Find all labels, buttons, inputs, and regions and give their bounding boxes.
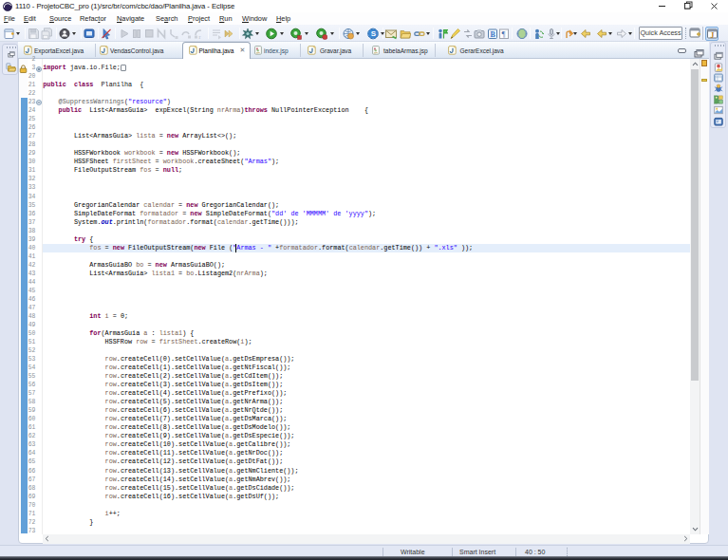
svg-text:r: r: [199, 33, 201, 39]
svg-text:¶: ¶: [501, 28, 505, 38]
svg-text:B: B: [491, 29, 496, 38]
svg-text:S: S: [371, 29, 377, 38]
svg-text:J: J: [710, 30, 714, 39]
